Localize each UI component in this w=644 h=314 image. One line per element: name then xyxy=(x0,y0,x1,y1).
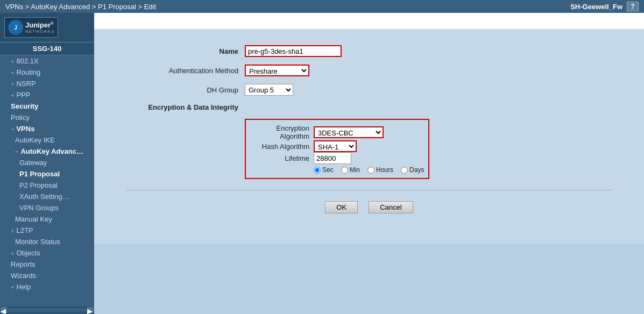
expand-icon: + xyxy=(11,69,14,76)
auth-method-label: Authentication Method xyxy=(126,67,245,75)
sidebar-label: Routing xyxy=(16,68,40,76)
enc-section-row: Encryption & Data Integrity xyxy=(126,103,612,111)
sidebar-item-p2-proposal[interactable]: P2 Proposal xyxy=(0,180,94,191)
logo-box: J Juniper® NETWORKS xyxy=(4,17,58,38)
content-area: Name Authentication Method Preshare DSA-… xyxy=(94,13,644,314)
enc-algo-label: Encryption Algorithm xyxy=(250,124,309,140)
radio-sec-input[interactable] xyxy=(314,167,321,174)
lifetime-row: Lifetime xyxy=(250,152,424,164)
sidebar-item-manual-key[interactable]: Manual Key xyxy=(0,213,94,225)
cancel-button[interactable]: Cancel xyxy=(369,201,413,213)
expand-icon: − xyxy=(15,148,18,155)
expand-icon: + xyxy=(11,81,14,87)
expand-icon: + xyxy=(11,227,14,234)
sidebar-item-802-1x[interactable]: + 802.1X xyxy=(0,55,94,67)
breadcrumb: VPNs > AutoKey Advanced > P1 Proposal > … xyxy=(5,3,156,11)
expand-icon: + xyxy=(11,284,14,290)
sidebar-item-vpns[interactable]: − VPNs xyxy=(0,123,94,134)
main-layout: J Juniper® NETWORKS SSG-140 + 802.1X + R… xyxy=(0,13,644,314)
name-input[interactable] xyxy=(245,45,342,57)
radio-sec[interactable]: Sec xyxy=(314,166,334,174)
enc-algo-select[interactable]: 3DES-CBC DES-CBC AES128-CBC AES192-CBC A… xyxy=(314,126,384,138)
sidebar-item-autokey-ike[interactable]: AutoKey IKE xyxy=(0,134,94,146)
sidebar-label: Help xyxy=(16,283,31,291)
scroll-right-btn[interactable]: ▶ xyxy=(87,306,94,314)
sidebar-label: Objects xyxy=(16,249,40,257)
dh-group-row: DH Group Group 1 Group 2 Group 5 Group 1… xyxy=(126,84,612,96)
logo-sub: NETWORKS xyxy=(25,29,54,34)
sidebar-item-l2tp[interactable]: + L2TP xyxy=(0,225,94,236)
sidebar-item-reports[interactable]: Reports xyxy=(0,259,94,270)
expand-icon: + xyxy=(11,58,14,65)
radio-days-input[interactable] xyxy=(401,167,408,174)
help-button[interactable]: ? xyxy=(627,2,639,11)
sidebar-scrollbar[interactable]: ◀ ▶ xyxy=(0,306,94,314)
hash-algo-label: Hash Algorithm xyxy=(250,142,309,151)
radio-min[interactable]: Min xyxy=(341,166,360,174)
ok-button[interactable]: OK xyxy=(325,201,358,213)
top-bar: VPNs > AutoKey Advanced > P1 Proposal > … xyxy=(0,0,644,13)
sidebar-item-nsrp[interactable]: + NSRP xyxy=(0,78,94,89)
auth-method-select[interactable]: Preshare DSA-Sig RSA-Sig xyxy=(245,65,309,76)
sidebar-label: VPNs xyxy=(16,125,34,133)
sidebar-item-autokey-advanced[interactable]: − AutoKey Advanc… xyxy=(0,146,94,157)
lifetime-unit-row: Sec Min Hours Days xyxy=(314,166,424,174)
scroll-left-btn[interactable]: ◀ xyxy=(0,306,8,314)
sidebar-item-security[interactable]: Security xyxy=(0,101,94,112)
radio-sec-label: Sec xyxy=(322,166,334,174)
sidebar-label: Wizards xyxy=(11,272,36,280)
lifetime-label: Lifetime xyxy=(250,154,309,162)
enc-box-row: Encryption Algorithm 3DES-CBC DES-CBC AE… xyxy=(126,119,612,179)
sidebar-item-xauth[interactable]: XAuth Setting… xyxy=(0,191,94,202)
lifetime-input[interactable] xyxy=(314,152,351,164)
sidebar-label: NSRP xyxy=(16,80,36,88)
sidebar-logo: J Juniper® NETWORKS xyxy=(0,13,94,42)
sidebar-item-vpn-groups[interactable]: VPN Groups xyxy=(0,202,94,213)
radio-hours-label: Hours xyxy=(376,166,393,174)
sidebar-label: Monitor Status xyxy=(15,238,60,246)
sidebar: J Juniper® NETWORKS SSG-140 + 802.1X + R… xyxy=(0,13,94,314)
sidebar-label: Manual Key xyxy=(15,215,52,223)
radio-hours[interactable]: Hours xyxy=(367,166,393,174)
sidebar-item-monitor-status[interactable]: Monitor Status xyxy=(0,236,94,247)
white-header-bar xyxy=(94,13,644,29)
enc-highlighted-box: Encryption Algorithm 3DES-CBC DES-CBC AE… xyxy=(245,119,429,179)
username: SH-Geewell_Fw xyxy=(570,3,622,11)
expand-icon: − xyxy=(11,126,14,132)
top-bar-right: SH-Geewell_Fw ? xyxy=(570,2,639,11)
form-divider xyxy=(126,190,612,190)
sidebar-label: VPN Groups xyxy=(19,204,59,212)
enc-section-label: Encryption & Data Integrity xyxy=(126,103,245,111)
sidebar-item-policy[interactable]: Policy xyxy=(0,112,94,123)
sidebar-label: XAuth Setting… xyxy=(19,192,69,201)
sidebar-item-wizards[interactable]: Wizards xyxy=(0,270,94,281)
sidebar-label: 802.1X xyxy=(16,57,38,65)
button-row: OK Cancel xyxy=(126,201,612,213)
sidebar-label: AutoKey IKE xyxy=(15,136,55,144)
auth-method-row: Authentication Method Preshare DSA-Sig R… xyxy=(126,65,612,76)
sidebar-label: L2TP xyxy=(16,226,33,234)
sidebar-label: Security xyxy=(11,102,38,110)
radio-hours-input[interactable] xyxy=(367,167,374,174)
sidebar-label: PPP xyxy=(16,91,30,99)
dh-group-label: DH Group xyxy=(126,86,245,94)
sidebar-item-routing[interactable]: + Routing xyxy=(0,67,94,78)
radio-min-label: Min xyxy=(350,166,360,174)
expand-icon: + xyxy=(11,92,14,98)
hash-algo-select[interactable]: SHA-1 MD5 xyxy=(314,140,357,152)
radio-min-input[interactable] xyxy=(341,167,348,174)
scroll-track xyxy=(8,308,87,312)
sidebar-item-ppp[interactable]: + PPP xyxy=(0,89,94,101)
sidebar-item-help[interactable]: + Help xyxy=(0,281,94,292)
sidebar-item-gateway[interactable]: Gateway xyxy=(0,157,94,168)
sidebar-item-p1-proposal[interactable]: P1 Proposal xyxy=(0,168,94,180)
radio-days[interactable]: Days xyxy=(401,166,424,174)
sidebar-label: AutoKey Advanc… xyxy=(20,147,83,155)
form-container: Name Authentication Method Preshare DSA-… xyxy=(94,29,644,244)
sidebar-label: P1 Proposal xyxy=(19,170,60,178)
dh-group-select[interactable]: Group 1 Group 2 Group 5 Group 14 xyxy=(245,84,293,96)
name-row: Name xyxy=(126,45,612,57)
sidebar-label: P2 Proposal xyxy=(19,181,58,189)
sidebar-item-objects[interactable]: + Objects xyxy=(0,247,94,259)
sidebar-label: Reports xyxy=(11,260,36,268)
